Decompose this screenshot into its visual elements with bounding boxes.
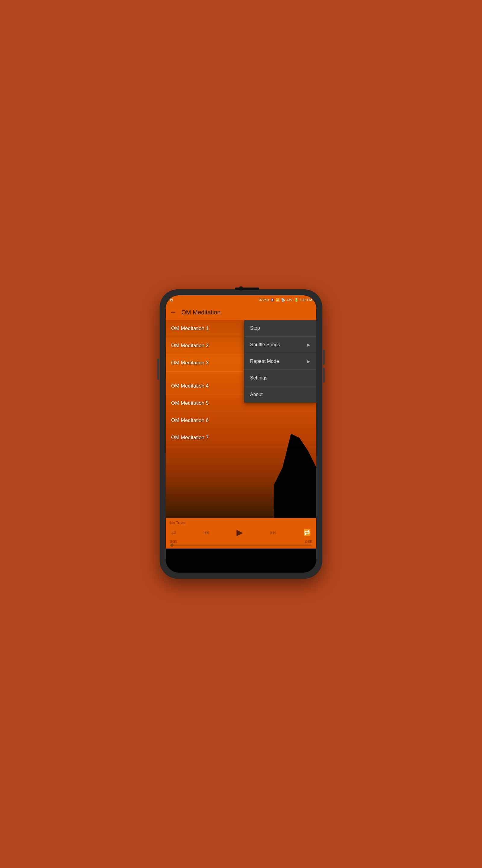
song-label-6: OM Meditation 6 bbox=[171, 417, 209, 423]
prev-button[interactable]: ⏮ bbox=[202, 528, 211, 537]
image-icon: 🖼 bbox=[170, 299, 173, 302]
next-button[interactable]: ⏭ bbox=[269, 528, 278, 537]
song-label-3: OM Meditation 3 bbox=[171, 360, 209, 366]
shuffle-arrow-icon: ▶ bbox=[307, 342, 310, 347]
status-right: 322b/s 🔇 📶 📡 43% 🔋 1:42 PM bbox=[259, 298, 312, 302]
app-header: ← OM Meditation bbox=[166, 304, 316, 320]
menu-shuffle-label: Shuffle Songs bbox=[250, 342, 280, 347]
menu-about-label: About bbox=[250, 392, 263, 397]
shuffle-button[interactable]: ⇄ bbox=[170, 528, 178, 537]
menu-item-about[interactable]: About bbox=[244, 386, 316, 403]
play-button[interactable]: ▶ bbox=[235, 526, 244, 538]
time-start: 0:00 bbox=[170, 540, 177, 544]
menu-item-settings[interactable]: Settings bbox=[244, 370, 316, 386]
mute-icon: 🔇 bbox=[270, 298, 275, 302]
song-label-1: OM Meditation 1 bbox=[171, 326, 209, 331]
volume-down-button[interactable] bbox=[323, 368, 325, 383]
time-end: 0:00 bbox=[305, 540, 312, 544]
wifi-icon: 📶 bbox=[276, 298, 280, 302]
context-menu: Stop Shuffle Songs ▶ Repeat Mode ▶ Setti… bbox=[244, 320, 316, 403]
volume-up-button[interactable] bbox=[323, 350, 325, 365]
bottom-area bbox=[166, 549, 316, 572]
phone-screen: 🖼 322b/s 🔇 📶 📡 43% 🔋 1:42 PM ← OM Medita… bbox=[166, 296, 316, 572]
network-speed: 322b/s bbox=[259, 298, 269, 302]
menu-item-stop[interactable]: Stop bbox=[244, 320, 316, 337]
battery-icon: 🔋 bbox=[294, 298, 298, 302]
progress-dot bbox=[170, 544, 173, 547]
progress-bar[interactable] bbox=[170, 545, 312, 546]
song-label-7: OM Meditation 7 bbox=[171, 435, 209, 440]
phone-device: 🖼 322b/s 🔇 📶 📡 43% 🔋 1:42 PM ← OM Medita… bbox=[160, 289, 322, 579]
content-area: ॐ OM Meditation 1 OM Meditation 2 OM Med… bbox=[166, 320, 316, 518]
menu-repeat-label: Repeat Mode bbox=[250, 359, 279, 364]
repeat-arrow-icon: ▶ bbox=[307, 359, 310, 364]
signal-icon: 📡 bbox=[281, 298, 285, 302]
app-title: OM Meditation bbox=[181, 309, 312, 316]
no-track-label: No Track bbox=[170, 521, 312, 525]
song-item-7[interactable]: OM Meditation 7 bbox=[166, 429, 316, 446]
menu-item-repeat[interactable]: Repeat Mode ▶ bbox=[244, 353, 316, 370]
battery-percent: 43% bbox=[287, 298, 293, 302]
status-bar: 🖼 322b/s 🔇 📶 📡 43% 🔋 1:42 PM bbox=[166, 296, 316, 304]
song-label-5: OM Meditation 5 bbox=[171, 400, 209, 406]
speaker bbox=[235, 287, 259, 290]
back-button[interactable]: ← bbox=[170, 308, 176, 316]
song-item-6[interactable]: OM Meditation 6 bbox=[166, 412, 316, 429]
time-display: 1:42 PM bbox=[300, 298, 312, 302]
menu-stop-label: Stop bbox=[250, 326, 260, 331]
player-bar: No Track ⇄ ⏮ ▶ ⏭ 🔁 0:00 0:00 bbox=[166, 518, 316, 549]
time-row: 0:00 0:00 bbox=[170, 540, 312, 544]
menu-settings-label: Settings bbox=[250, 375, 267, 381]
repeat-button[interactable]: 🔁 bbox=[302, 528, 312, 537]
player-controls: ⇄ ⏮ ▶ ⏭ 🔁 bbox=[170, 526, 312, 538]
menu-item-shuffle[interactable]: Shuffle Songs ▶ bbox=[244, 337, 316, 353]
power-button[interactable] bbox=[157, 359, 159, 380]
song-label-4: OM Meditation 4 bbox=[171, 383, 209, 389]
song-label-2: OM Meditation 2 bbox=[171, 343, 209, 348]
status-left: 🖼 bbox=[170, 299, 173, 302]
